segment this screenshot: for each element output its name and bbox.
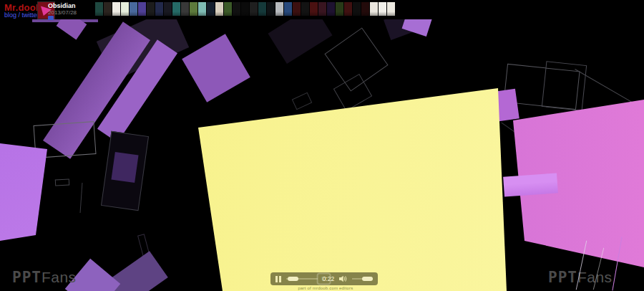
watermark-bottom-left: PPTFans — [12, 269, 77, 286]
wireframe-small-1 — [292, 92, 313, 110]
progress-handle[interactable] — [288, 277, 298, 281]
gallery-thumbnail[interactable] — [147, 2, 155, 16]
gallery-thumbnail[interactable] — [310, 2, 318, 16]
gallery-thumbnail[interactable] — [172, 2, 180, 16]
gallery-thumbnail[interactable] — [224, 2, 232, 16]
quad-dark-2 — [268, 19, 332, 64]
speaker-icon[interactable] — [339, 275, 346, 282]
gallery-thumbnail[interactable] — [361, 2, 369, 16]
player-credit-line: part of mrdoob.com editors — [254, 286, 397, 290]
lilac-bar-right — [503, 173, 558, 196]
gallery-thumbnail[interactable] — [344, 2, 352, 16]
gallery-thumbnail[interactable] — [95, 2, 103, 16]
top-bar: Mr.doob blog / twitter Obsidian 2013/07/… — [0, 0, 644, 19]
watermark-fans: Fans — [42, 269, 77, 285]
watermark-ppt: PPT — [548, 269, 577, 286]
gallery-thumbnail[interactable] — [284, 2, 292, 16]
blog-link[interactable]: blog — [4, 11, 16, 19]
webgl-experiment-canvas[interactable]: PPTFans PPTFans U 0:22 part of mrdoob.co… — [0, 19, 644, 291]
wireframe-small-2 — [55, 178, 69, 186]
gallery-thumbnail[interactable] — [164, 2, 172, 16]
gallery-thumbnail[interactable] — [233, 2, 240, 16]
media-player-bar[interactable]: U 0:22 — [270, 272, 378, 285]
project-title: Obsidian — [48, 2, 76, 9]
gallery-thumbnail[interactable] — [138, 2, 146, 16]
purple-window-pane — [111, 152, 138, 183]
time-display: 0:22 — [323, 275, 335, 282]
gallery-thumbnail[interactable] — [370, 2, 378, 16]
gallery-thumbnail[interactable] — [198, 2, 206, 16]
purple-quad-topcenter — [182, 34, 250, 102]
gallery-thumbnail[interactable] — [181, 2, 189, 16]
nav-separator: / — [16, 11, 22, 19]
gallery-thumbnail[interactable] — [353, 2, 361, 16]
wireframe-line-left — [80, 183, 83, 213]
gallery-thumbnail[interactable] — [267, 2, 275, 16]
twitter-link[interactable]: twitter — [22, 11, 39, 19]
purple-triangle-topleft — [57, 19, 87, 39]
gallery-thumbnail[interactable] — [121, 2, 129, 16]
pause-button[interactable] — [275, 276, 281, 282]
wireframe-rect-right-2 — [542, 61, 587, 111]
gallery-thumbnail[interactable] — [215, 2, 223, 16]
project-date: 2013/07/28 — [48, 9, 77, 16]
gallery-thumbnail[interactable] — [155, 2, 163, 16]
gallery-thumbnail[interactable] — [207, 2, 215, 16]
gallery-thumbnail[interactable] — [250, 2, 258, 16]
twitter-share-icon[interactable] — [48, 16, 54, 20]
volume-handle[interactable] — [362, 277, 373, 281]
gallery-thumbnail[interactable] — [130, 2, 137, 16]
gallery-thumbnail[interactable] — [301, 2, 309, 16]
gallery-thumbnail[interactable] — [318, 2, 326, 16]
gallery-thumbnail[interactable] — [327, 2, 335, 16]
gallery-thumbnail[interactable] — [387, 2, 395, 16]
watermark-ppt: PPT — [12, 269, 42, 286]
gallery-thumbnail[interactable] — [379, 2, 386, 16]
volume-slider[interactable] — [352, 276, 373, 282]
gallery-thumbnail[interactable] — [190, 2, 197, 16]
gallery-thumbnail[interactable] — [336, 2, 343, 16]
gallery-thumbnail[interactable] — [258, 2, 266, 16]
progress-slider[interactable] — [286, 276, 318, 282]
gallery-thumbnail[interactable] — [112, 2, 120, 16]
project-gallery-strip — [95, 2, 395, 16]
gallery-thumbnail[interactable] — [293, 2, 301, 16]
gallery-thumbnail[interactable] — [241, 2, 249, 16]
gallery-thumbnail[interactable] — [275, 2, 283, 16]
site-nav: blog / twitter — [4, 11, 39, 19]
gallery-thumbnail[interactable] — [104, 2, 112, 16]
